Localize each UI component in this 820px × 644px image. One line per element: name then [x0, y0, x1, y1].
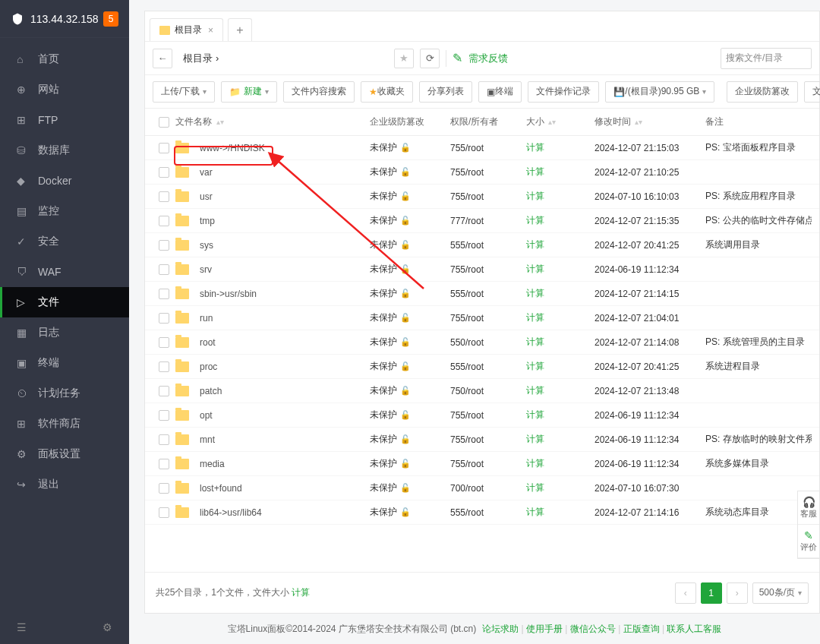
footer-link[interactable]: 微信公众号 [570, 623, 616, 634]
file-name[interactable]: patch [200, 386, 222, 396]
perm-cell[interactable]: 755/root [450, 313, 526, 324]
row-checkbox[interactable] [159, 483, 169, 494]
table-row[interactable]: media 未保护🔓 755/root 计算 2024-06-19 11:12:… [145, 452, 819, 476]
row-checkbox[interactable] [159, 264, 169, 275]
feedback-button[interactable]: ✎评价 [798, 525, 819, 558]
table-row[interactable]: mnt 未保护🔓 755/root 计算 2024-06-19 11:12:34… [145, 428, 819, 452]
tamper-defense-button[interactable]: 企业级防篡改 [727, 81, 798, 103]
table-row[interactable]: run 未保护🔓 755/root 计算 2024-12-07 21:04:01 [145, 306, 819, 330]
sidebar-item-terminal[interactable]: ▣终端 [0, 348, 129, 378]
table-row[interactable]: tmp 未保护🔓 777/root 计算 2024-12-07 21:15:35… [145, 209, 819, 233]
file-name[interactable]: www->/HNDISK [200, 143, 265, 153]
defense-cell[interactable]: 未保护🔓 [370, 263, 450, 276]
sidebar-item-ftp[interactable]: ⊞FTP [0, 105, 129, 135]
notification-badge[interactable]: 5 [103, 11, 118, 27]
share-list-button[interactable]: 分享列表 [419, 81, 472, 103]
table-row[interactable]: www->/HNDISK 未保护🔓 755/root 计算 2024-12-07… [145, 136, 819, 160]
col-mtime-header[interactable]: 修改时间 ▴▾ [594, 115, 705, 128]
table-row[interactable]: var 未保护🔓 755/root 计算 2024-12-07 21:10:25 [145, 160, 819, 185]
table-row[interactable]: sbin->usr/sbin 未保护🔓 555/root 计算 2024-12-… [145, 282, 819, 306]
perm-cell[interactable]: 755/root [450, 167, 526, 178]
file-name[interactable]: srv [200, 264, 212, 275]
defense-cell[interactable]: 未保护🔓 [370, 311, 450, 324]
sidebar-item-monitor[interactable]: ▤监控 [0, 196, 129, 226]
feedback-link[interactable]: 需求反馈 [468, 52, 508, 65]
page-size-select[interactable]: 500条/页 ▾ [752, 582, 809, 604]
defense-cell[interactable]: 未保护🔓 [370, 238, 450, 251]
file-name[interactable]: sys [200, 240, 213, 251]
row-checkbox[interactable] [159, 216, 169, 226]
file-name[interactable]: opt [200, 410, 213, 421]
disk-usage-button[interactable]: 💾 /(根目录)90.95 GB▾ [605, 81, 714, 103]
row-checkbox[interactable] [159, 434, 169, 445]
file-name[interactable]: usr [200, 191, 213, 202]
calc-link[interactable]: 计算 [526, 482, 544, 493]
file-name[interactable]: media [200, 459, 225, 469]
defense-cell[interactable]: 未保护🔓 [370, 336, 450, 349]
sidebar-item-home[interactable]: ⌂首页 [0, 44, 129, 74]
perm-cell[interactable]: 555/root [450, 507, 526, 518]
row-checkbox[interactable] [159, 289, 169, 299]
perm-cell[interactable]: 555/root [450, 361, 526, 372]
file-name[interactable]: proc [200, 361, 217, 372]
tab-root[interactable]: 根目录 × [150, 18, 223, 41]
perm-cell[interactable]: 555/root [450, 289, 526, 299]
sidebar-item-shield[interactable]: ✓安全 [0, 226, 129, 257]
tab-add-button[interactable]: + [228, 18, 252, 41]
perm-cell[interactable]: 755/root [450, 191, 526, 202]
table-row[interactable]: srv 未保护🔓 755/root 计算 2024-06-19 11:12:34 [145, 257, 819, 282]
collapse-icon[interactable]: ☰ [17, 621, 27, 633]
calc-link[interactable]: 计算 [526, 264, 544, 274]
next-page-button[interactable]: › [727, 582, 748, 604]
calc-link[interactable]: 计算 [526, 434, 544, 444]
defense-cell[interactable]: 未保护🔓 [370, 190, 450, 203]
row-checkbox[interactable] [159, 386, 169, 396]
defense-cell[interactable]: 未保护🔓 [370, 360, 450, 373]
content-search-button[interactable]: 文件内容搜索 [283, 81, 355, 103]
calc-link[interactable]: 计算 [526, 191, 544, 201]
footer-link[interactable]: 论坛求助 [482, 623, 519, 634]
perm-cell[interactable]: 755/root [450, 434, 526, 445]
support-button[interactable]: 🎧客服 [798, 491, 819, 525]
prev-page-button[interactable]: ‹ [675, 582, 696, 604]
defense-cell[interactable]: 未保护🔓 [370, 433, 450, 446]
calc-link[interactable]: 计算 [526, 166, 544, 177]
table-row[interactable]: proc 未保护🔓 555/root 计算 2024-12-07 20:41:2… [145, 355, 819, 379]
close-icon[interactable]: × [208, 25, 213, 36]
perm-cell[interactable]: 700/root [450, 483, 526, 494]
file-name[interactable]: tmp [200, 216, 215, 226]
row-checkbox[interactable] [159, 313, 169, 324]
sidebar-item-docker[interactable]: ◆Docker [0, 166, 129, 196]
row-checkbox[interactable] [159, 507, 169, 518]
file-name[interactable]: sbin->usr/sbin [200, 289, 257, 299]
oplog-button[interactable]: 文件操作记录 [528, 81, 599, 103]
calc-link[interactable]: 计算 [526, 507, 544, 517]
defense-cell[interactable]: 未保护🔓 [370, 141, 450, 154]
favorite-button[interactable]: ★ [394, 49, 414, 68]
defense-cell[interactable]: 未保护🔓 [370, 287, 450, 300]
defense-cell[interactable]: 未保护🔓 [370, 166, 450, 178]
upload-download-button[interactable]: 上传/下载▾ [153, 81, 215, 103]
perm-cell[interactable]: 555/root [450, 240, 526, 251]
row-checkbox[interactable] [159, 410, 169, 421]
col-name-header[interactable]: 文件名称▴▾ [175, 115, 370, 128]
defense-cell[interactable]: 未保护🔓 [370, 506, 450, 519]
sidebar-item-db[interactable]: ⛁数据库 [0, 135, 129, 166]
row-checkbox[interactable] [159, 167, 169, 178]
file-name[interactable]: mnt [200, 434, 215, 445]
breadcrumb[interactable]: 根目录› [178, 48, 388, 69]
sidebar-item-cron[interactable]: ⏲计划任务 [0, 378, 129, 409]
calc-link[interactable]: 计算 [526, 239, 544, 250]
file-name[interactable]: lib64->usr/lib64 [200, 507, 262, 518]
nav-back-button[interactable]: ← [153, 49, 172, 68]
file-sync-button[interactable]: 文件同步 [804, 81, 820, 103]
terminal-button[interactable]: ▣ 终端 [478, 81, 522, 103]
calc-size-link[interactable]: 计算 [292, 587, 310, 598]
perm-cell[interactable]: 755/root [450, 264, 526, 275]
sidebar-item-exit[interactable]: ↪退出 [0, 469, 129, 500]
perm-cell[interactable]: 550/root [450, 337, 526, 348]
perm-cell[interactable]: 755/root [450, 459, 526, 469]
file-name[interactable]: root [200, 337, 216, 348]
file-name[interactable]: lost+found [200, 483, 242, 494]
table-row[interactable]: lib64->usr/lib64 未保护🔓 555/root 计算 2024-1… [145, 500, 819, 525]
